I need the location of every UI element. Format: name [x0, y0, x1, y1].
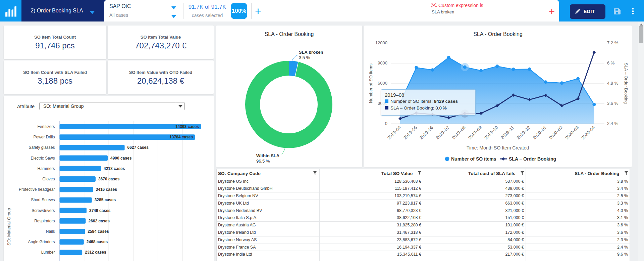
svg-text:2020–01: 2020–01: [532, 125, 547, 140]
svg-text:SLA – Order Booking: SLA – Order Booking: [509, 156, 556, 162]
svg-text:2749 cases: 2749 cases: [89, 208, 111, 213]
svg-text:2019–08: 2019–08: [451, 125, 467, 140]
svg-text:4.8 %: 4.8 %: [607, 81, 619, 86]
svg-text:2019–11: 2019–11: [500, 125, 515, 140]
svg-text:2019–10: 2019–10: [483, 125, 499, 140]
svg-text:2662 cases: 2662 cases: [88, 219, 110, 223]
svg-text:3.5 %: 3.5 %: [299, 55, 310, 60]
svg-text:3.6 %: 3.6 %: [607, 101, 619, 106]
svg-text:2468 cases: 2468 cases: [87, 240, 108, 244]
svg-text:12000: 12000: [375, 40, 387, 45]
svg-text:0: 0: [385, 121, 387, 126]
svg-text:SO: Material Group: SO: Material Group: [6, 208, 11, 246]
svg-text:2312 cases: 2312 cases: [85, 250, 106, 255]
svg-text:2019–07: 2019–07: [435, 125, 450, 140]
svg-text:2.4 %: 2.4 %: [607, 121, 619, 126]
svg-text:2019–05: 2019–05: [402, 125, 418, 140]
svg-text:2019–09: 2019–09: [467, 125, 483, 140]
svg-text:Time: Month SO Item Created: Time: Month SO Item Created: [467, 145, 529, 150]
svg-text:SLA broken: SLA broken: [299, 50, 323, 55]
svg-text:4218 cases: 4218 cases: [104, 166, 125, 171]
svg-text:6000: 6000: [378, 81, 387, 86]
svg-text:6 %: 6 %: [607, 60, 615, 66]
svg-text:Protective headgear: Protective headgear: [19, 187, 55, 192]
svg-text:13784 cases: 13784 cases: [169, 135, 193, 139]
svg-text:Gloves: Gloves: [42, 177, 55, 181]
svg-text:3285 cases: 3285 cases: [95, 198, 116, 202]
svg-text:Number of SO items: Number of SO items: [451, 156, 496, 162]
svg-text:2020–04: 2020–04: [580, 125, 596, 140]
svg-text:Power Drills: Power Drills: [33, 135, 55, 139]
svg-text:2019–04: 2019–04: [386, 125, 402, 140]
svg-text:Respirators: Respirators: [34, 219, 55, 223]
svg-text:Within SLA: Within SLA: [256, 153, 280, 158]
svg-text:7.2 %: 7.2 %: [607, 40, 619, 45]
svg-text:2020–02: 2020–02: [548, 125, 564, 140]
svg-text:SLA – Order Booking: SLA – Order Booking: [624, 63, 629, 104]
svg-text:Hammers: Hammers: [37, 166, 55, 171]
svg-text:Lumber: Lumber: [41, 250, 55, 255]
svg-text:Nails: Nails: [46, 229, 55, 234]
svg-text:3416 cases: 3416 cases: [96, 187, 117, 192]
svg-text:2584 cases: 2584 cases: [88, 229, 109, 234]
svg-text:2019–12: 2019–12: [516, 125, 531, 140]
svg-text:Fertilizers: Fertilizers: [37, 124, 55, 129]
svg-text:Short Screws: Short Screws: [31, 198, 55, 202]
svg-text:2019–06: 2019–06: [419, 125, 434, 140]
svg-text:6627 cases: 6627 cases: [127, 145, 149, 150]
svg-text:96.5 %: 96.5 %: [256, 159, 270, 164]
svg-text:14393 cases: 14393 cases: [175, 124, 199, 129]
svg-text:Safety glasses: Safety glasses: [29, 145, 55, 150]
svg-text:Screwdrivers: Screwdrivers: [32, 208, 55, 213]
svg-text:3670 cases: 3670 cases: [98, 177, 120, 181]
svg-text:Angle Grinders: Angle Grinders: [28, 240, 55, 244]
svg-text:Number of SO items: Number of SO items: [368, 63, 373, 103]
svg-text:9000: 9000: [378, 60, 387, 66]
svg-text:Electric Saws: Electric Saws: [31, 156, 55, 161]
svg-text:4900 cases: 4900 cases: [110, 156, 132, 161]
svg-text:2020–03: 2020–03: [564, 125, 580, 140]
